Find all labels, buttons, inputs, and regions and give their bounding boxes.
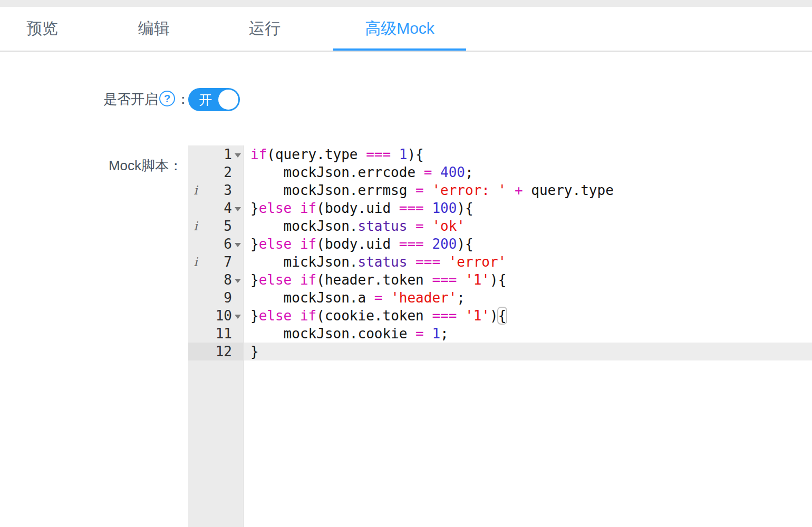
code-line[interactable]: 6}else if(body.uid === 200){ xyxy=(188,235,812,253)
line-number[interactable]: 8 xyxy=(203,271,232,289)
tab-run[interactable]: 运行 xyxy=(231,7,298,51)
token-p: } xyxy=(250,308,259,324)
toggle-knob[interactable] xyxy=(218,90,238,110)
code-text[interactable]: mockJson.errmsg = 'error: ' + query.type xyxy=(244,181,812,199)
fold-arrow-icon xyxy=(235,153,241,158)
tab-preview[interactable]: 预览 xyxy=(8,7,76,51)
code-line[interactable]: 8}else if(header.token === '1'){ xyxy=(188,271,812,289)
token-p xyxy=(424,182,432,198)
code-text[interactable]: if(query.type === 1){ xyxy=(244,145,812,163)
code-text[interactable]: mickJson.status === 'error' xyxy=(244,253,812,271)
lint-spacer xyxy=(188,145,203,163)
token-o: === xyxy=(366,147,391,162)
token-k: if xyxy=(300,236,316,252)
lint-spacer xyxy=(188,307,203,325)
token-s: 'header' xyxy=(391,290,457,306)
code-line[interactable]: i3 mockJson.errmsg = 'error: ' + query.t… xyxy=(188,181,812,199)
token-n: 1 xyxy=(399,147,408,162)
token-p: (body.uid xyxy=(316,200,399,216)
token-p xyxy=(292,200,300,216)
line-number[interactable]: 9 xyxy=(203,289,232,307)
token-p: query.type xyxy=(523,182,614,198)
code-text[interactable]: mockJson.errcode = 400; xyxy=(244,163,812,181)
code-text[interactable]: }else if(body.uid === 100){ xyxy=(244,199,812,217)
gutter-cell: i7 xyxy=(188,253,244,271)
code-line[interactable]: 2 mockJson.errcode = 400; xyxy=(188,163,812,181)
token-p: mockJson. xyxy=(250,218,358,234)
help-question-icon[interactable]: ? xyxy=(159,91,175,106)
enable-mock-toggle[interactable]: 开 xyxy=(188,88,240,111)
token-p xyxy=(457,272,465,288)
line-number[interactable]: 1 xyxy=(203,145,232,163)
code-line[interactable]: i7 mickJson.status === 'error' xyxy=(188,253,812,271)
lint-info-icon[interactable]: i xyxy=(188,217,203,235)
line-number[interactable]: 6 xyxy=(203,235,232,253)
token-p xyxy=(432,164,440,180)
toggle-on-label: 开 xyxy=(199,91,212,109)
tab-advanced-mock[interactable]: 高级Mock xyxy=(333,7,466,51)
token-p xyxy=(424,326,432,341)
token-k: else xyxy=(259,308,292,324)
token-s: 'error: ' xyxy=(432,182,506,198)
code-lines: 1if(query.type === 1){2 mockJson.errcode… xyxy=(188,145,812,360)
code-line[interactable]: 9 mockJson.a = 'header'; xyxy=(188,289,812,307)
gutter-cell: 6 xyxy=(188,235,244,253)
mock-script-editor[interactable]: 1if(query.type === 1){2 mockJson.errcode… xyxy=(188,145,812,527)
token-k: else xyxy=(259,236,292,252)
tab-edit[interactable]: 编辑 xyxy=(120,7,188,51)
lint-spacer xyxy=(188,289,203,307)
gutter-cell: i5 xyxy=(188,217,244,235)
fold-toggle[interactable] xyxy=(232,235,244,253)
token-p xyxy=(292,272,300,288)
line-number[interactable]: 10 xyxy=(203,307,232,325)
code-text[interactable]: mockJson.a = 'header'; xyxy=(244,289,812,307)
token-k: else xyxy=(259,200,292,216)
token-mb: { xyxy=(498,308,507,324)
code-line[interactable]: 4}else if(body.uid === 100){ xyxy=(188,199,812,217)
line-number[interactable]: 12 xyxy=(203,343,232,360)
code-line[interactable]: 1if(query.type === 1){ xyxy=(188,145,812,163)
line-number[interactable]: 11 xyxy=(203,325,232,343)
code-line[interactable]: 10}else if(cookie.token === '1'){ xyxy=(188,307,812,325)
fold-spacer xyxy=(232,343,244,360)
line-number[interactable]: 5 xyxy=(203,217,232,235)
fold-toggle[interactable] xyxy=(232,307,244,325)
gutter-cell: 2 xyxy=(188,163,244,181)
line-number[interactable]: 3 xyxy=(203,181,232,199)
fold-spacer xyxy=(232,289,244,307)
gutter-cell: 4 xyxy=(188,199,244,217)
token-b: status xyxy=(358,218,408,234)
token-p: ) xyxy=(490,308,498,324)
code-text[interactable]: } xyxy=(244,343,812,360)
lint-spacer xyxy=(188,235,203,253)
fold-toggle[interactable] xyxy=(232,199,244,217)
token-k: if xyxy=(300,308,316,324)
code-line[interactable]: 12} xyxy=(188,343,812,360)
gutter-cell: 10 xyxy=(188,307,244,325)
code-text[interactable]: }else if(cookie.token === '1'){ xyxy=(244,307,812,325)
code-line[interactable]: 11 mockJson.cookie = 1; xyxy=(188,325,812,343)
code-line[interactable]: i5 mockJson.status = 'ok' xyxy=(188,217,812,235)
line-number[interactable]: 2 xyxy=(203,163,232,181)
fold-toggle[interactable] xyxy=(232,145,244,163)
token-o: === xyxy=(399,200,424,216)
token-o: + xyxy=(515,182,523,198)
token-n: 200 xyxy=(432,236,457,252)
token-p xyxy=(440,254,449,270)
code-text[interactable]: }else if(body.uid === 200){ xyxy=(244,235,812,253)
fold-spacer xyxy=(232,217,244,235)
code-text[interactable]: mockJson.status = 'ok' xyxy=(244,217,812,235)
token-p: (body.uid xyxy=(316,236,399,252)
code-text[interactable]: }else if(header.token === '1'){ xyxy=(244,271,812,289)
lint-spacer xyxy=(188,343,203,360)
token-p: } xyxy=(250,200,259,216)
token-p xyxy=(457,308,465,324)
fold-toggle[interactable] xyxy=(232,271,244,289)
lint-info-icon[interactable]: i xyxy=(188,253,203,271)
line-number[interactable]: 7 xyxy=(203,253,232,271)
token-p: mockJson.cookie xyxy=(250,326,415,341)
line-number[interactable]: 4 xyxy=(203,199,232,217)
code-text[interactable]: mockJson.cookie = 1; xyxy=(244,325,812,343)
token-k: if xyxy=(250,147,267,162)
lint-info-icon[interactable]: i xyxy=(188,181,203,199)
